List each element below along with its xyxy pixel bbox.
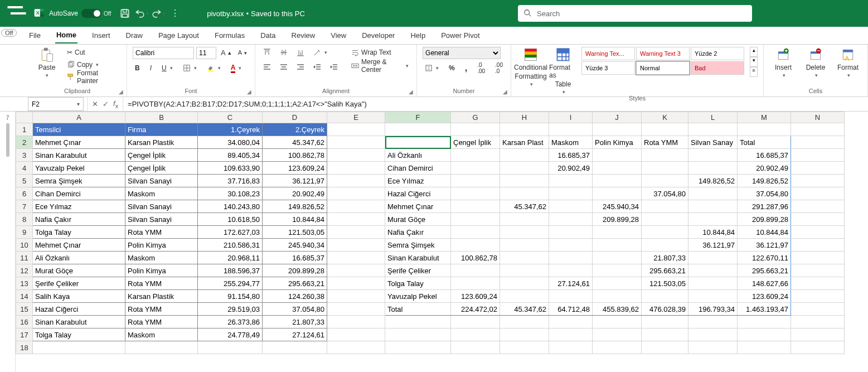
font-size-combo[interactable] <box>196 47 216 59</box>
cell[interactable] <box>642 123 688 136</box>
cell[interactable] <box>500 213 549 226</box>
cell[interactable]: Çengel İplik <box>125 162 198 175</box>
cell[interactable] <box>791 149 845 162</box>
cell[interactable] <box>791 136 845 149</box>
cell[interactable] <box>500 162 549 175</box>
cell[interactable]: Çengel İplik <box>125 149 198 162</box>
cell[interactable] <box>500 123 549 136</box>
cancel-icon[interactable]: ✕ <box>92 100 98 108</box>
autosave-toggle[interactable]: AutoSave Off <box>49 9 111 18</box>
cell[interactable] <box>385 136 451 149</box>
cell[interactable]: 123.609,24 <box>738 290 791 303</box>
align-center-icon[interactable] <box>278 61 290 73</box>
cell[interactable] <box>642 162 688 175</box>
cell[interactable] <box>549 290 593 303</box>
row-header[interactable]: 11 <box>16 252 33 264</box>
fx-icon[interactable]: fx <box>113 99 118 109</box>
cell[interactable] <box>593 328 642 341</box>
cell[interactable]: 172.627,03 <box>198 226 263 239</box>
underline-button[interactable]: U <box>159 62 175 74</box>
cell[interactable]: 209.899,28 <box>263 264 327 277</box>
cell[interactable]: 27.124,61 <box>549 277 593 290</box>
borders-button[interactable] <box>181 62 199 74</box>
cell[interactable]: 36.121,97 <box>688 239 738 252</box>
cell[interactable] <box>327 200 385 213</box>
cell[interactable] <box>549 328 593 341</box>
cell[interactable]: 37.054,80 <box>263 303 327 316</box>
row-header[interactable]: 18 <box>16 341 33 354</box>
cell[interactable]: 100.862,78 <box>451 252 500 264</box>
cell[interactable]: 1.Çeyrek <box>198 123 263 136</box>
cell[interactable]: Cihan Demirci <box>33 187 125 200</box>
cell[interactable] <box>327 149 385 162</box>
font-color-button[interactable]: A <box>229 62 244 74</box>
cell[interactable]: 26.373,86 <box>198 316 263 328</box>
cell[interactable] <box>738 123 791 136</box>
col-header[interactable]: K <box>642 112 688 123</box>
cell[interactable]: 121.503,05 <box>642 277 688 290</box>
cell[interactable] <box>451 123 500 136</box>
cell[interactable]: Karsan Plast <box>500 136 549 149</box>
tab-help[interactable]: Help <box>409 28 426 43</box>
conditional-formatting-button[interactable]: ConditionalFormatting <box>517 47 545 87</box>
cell[interactable]: 16.685,37 <box>738 149 791 162</box>
tab-view[interactable]: View <box>329 28 347 43</box>
cell[interactable]: Silvan Sanayi <box>125 213 198 226</box>
cell[interactable] <box>198 341 263 354</box>
cell[interactable]: Murat Göçe <box>33 264 125 277</box>
cell[interactable]: Rota YMM <box>125 316 198 328</box>
cell[interactable] <box>549 264 593 277</box>
cell[interactable] <box>791 123 845 136</box>
cell[interactable] <box>33 341 125 354</box>
col-header[interactable]: F <box>385 112 451 123</box>
increase-decimal-icon[interactable]: .0.00 <box>475 62 487 74</box>
cell[interactable]: 476.028,39 <box>642 303 688 316</box>
cell[interactable]: Hazal Ciğerci <box>385 187 451 200</box>
cell[interactable]: 455.839,62 <box>593 303 642 316</box>
shrink-font-icon[interactable]: A▾ <box>236 47 249 58</box>
cell[interactable] <box>451 316 500 328</box>
col-header[interactable]: I <box>549 112 593 123</box>
cell[interactable] <box>791 175 845 187</box>
cell[interactable]: Karsan Plastik <box>125 136 198 149</box>
cell[interactable]: 89.405,34 <box>198 149 263 162</box>
cell[interactable]: Ece Yılmaz <box>385 175 451 187</box>
cell[interactable] <box>791 290 845 303</box>
cell[interactable] <box>327 303 385 316</box>
cell[interactable]: 149.826,52 <box>263 200 327 213</box>
cell[interactable]: Maskom <box>125 187 198 200</box>
cell[interactable]: Rota YMM <box>125 226 198 239</box>
cell[interactable] <box>500 264 549 277</box>
insert-cells-button[interactable]: Insert <box>769 47 797 78</box>
dialog-launcher-icon[interactable]: ◢ <box>409 89 415 95</box>
cell[interactable] <box>327 328 385 341</box>
cell[interactable]: 10.844,84 <box>688 226 738 239</box>
format-painter-button[interactable]: Format Painter <box>65 71 121 83</box>
row-header[interactable]: 14 <box>16 290 33 303</box>
paste-button[interactable]: Paste <box>33 47 60 78</box>
cell[interactable] <box>642 175 688 187</box>
cell[interactable]: Total <box>385 303 451 316</box>
cell[interactable] <box>451 226 500 239</box>
tab-page-layout[interactable]: Page Layout <box>157 28 200 43</box>
cell[interactable] <box>327 187 385 200</box>
merge-center-button[interactable]: Merge & Center <box>349 60 411 71</box>
cell[interactable] <box>593 226 642 239</box>
filename-area[interactable]: pivotby.xlsx • Saved to this PC ⌄ <box>207 9 312 18</box>
cell[interactable] <box>327 175 385 187</box>
cell[interactable]: Silvan Sanayi <box>125 200 198 213</box>
row-header[interactable]: 6 <box>16 187 33 200</box>
cell[interactable] <box>500 341 549 354</box>
cell[interactable] <box>451 213 500 226</box>
col-header[interactable]: H <box>500 112 549 123</box>
col-header[interactable]: A <box>33 112 125 123</box>
cell[interactable]: Ali Özkanlı <box>385 149 451 162</box>
style-item[interactable]: Warning Tex... <box>581 47 635 60</box>
cell[interactable]: 122.670,11 <box>738 252 791 264</box>
italic-button[interactable]: I <box>148 62 154 74</box>
cell[interactable]: Mehmet Çınar <box>33 136 125 149</box>
cell[interactable]: 37.054,80 <box>738 187 791 200</box>
cell[interactable] <box>549 175 593 187</box>
cell[interactable]: Ece Yılmaz <box>33 200 125 213</box>
cell[interactable] <box>549 187 593 200</box>
